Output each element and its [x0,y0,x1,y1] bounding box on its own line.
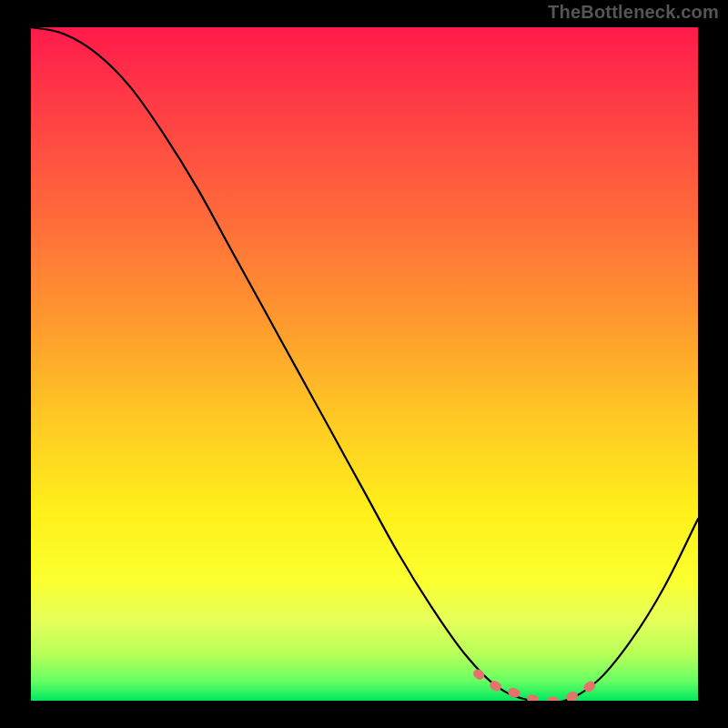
stage: TheBottleneck.com [0,0,728,728]
optimal-range-marker [478,673,598,701]
chart-frame [31,27,698,701]
watermark-text: TheBottleneck.com [548,2,719,23]
chart-svg [31,27,698,701]
bottleneck-curve [31,27,698,701]
